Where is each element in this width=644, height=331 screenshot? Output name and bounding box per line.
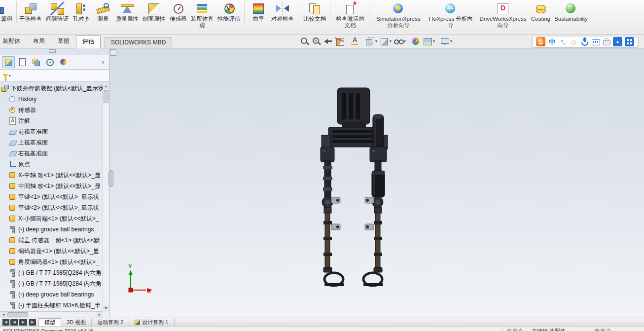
command-tab[interactable]: 草图 — [51, 35, 76, 48]
ribbon-button[interactable]: 剖面属性 — [141, 1, 167, 23]
toolbox-icon[interactable] — [602, 37, 610, 46]
tree-item[interactable]: 右视基准面 — [0, 148, 103, 159]
ribbon-button[interactable]: 传感器 — [168, 1, 188, 23]
tree-item[interactable]: 端盖 传感器一侧<1> (默认<<默 — [0, 235, 103, 246]
command-tab[interactable]: SOLIDWORKS MBD — [105, 37, 172, 48]
view-tool-button[interactable]: ▾ — [299, 36, 310, 46]
panel-tab[interactable] — [30, 56, 42, 68]
ribbon-button[interactable]: 对称检查 — [270, 1, 298, 23]
ribbon-button[interactable]: Sustainability — [553, 1, 589, 23]
panel-tab[interactable] — [2, 56, 15, 68]
scroll-thumb-horizontal[interactable] — [7, 312, 28, 317]
view-tool-button[interactable]: ▾ — [349, 36, 360, 46]
command-tab[interactable]: 评估 — [76, 36, 101, 48]
panel-tab[interactable] — [16, 56, 29, 68]
punctuation-icon[interactable]: °, — [559, 37, 567, 46]
skin-grid-icon[interactable] — [625, 37, 634, 46]
ribbon-button[interactable]: 曲率 — [248, 1, 269, 23]
tree-item[interactable]: X-小腿前端<1> (默认<<默认>_ — [0, 213, 103, 224]
tree-item[interactable]: History — [0, 94, 103, 105]
study-tab[interactable]: 模型 — [38, 318, 61, 326]
ribbon-button[interactable]: 质量属性 — [114, 1, 140, 23]
tree-item[interactable]: 注解 — [0, 115, 103, 126]
view-tool-button[interactable]: ▾ — [322, 36, 334, 46]
ribbon-button[interactable]: 比较文档 — [302, 1, 330, 23]
tree-item[interactable]: 传感器 — [0, 105, 103, 115]
expand-up-icon[interactable]: ▲ — [613, 37, 622, 46]
tree-item[interactable]: 中间轴 改<1> (默认<<默认>_显 — [0, 181, 103, 191]
filter-funnel-icon[interactable] — [2, 74, 8, 78]
view-tool-button[interactable]: ▾ — [439, 36, 453, 46]
ribbon-button[interactable]: FloXpress 分析向导 — [425, 1, 476, 30]
chinese-mode-icon[interactable]: 中 — [548, 37, 556, 46]
tab-nav-arrow-icon[interactable]: ▶ — [28, 319, 36, 326]
tree-item[interactable]: 原点 — [0, 159, 103, 170]
flyout-caret-icon[interactable]: ▾ — [404, 39, 406, 43]
panel-tab[interactable] — [43, 56, 56, 68]
tree-horizontal-scrollbar[interactable] — [0, 311, 103, 318]
tree-item[interactable]: 上视基准面 — [0, 137, 103, 148]
exoskeleton-model[interactable] — [321, 88, 388, 286]
view-tool-button[interactable]: ▾ — [334, 36, 346, 46]
scroll-right-icon[interactable] — [96, 312, 103, 318]
tree-item[interactable]: (-) GB / T 77-1985[Q284 内六角 — [0, 267, 103, 278]
tree-item[interactable]: 编码器座<1> (默认<<默认>_显 — [0, 246, 103, 257]
tab-nav-arrow-icon[interactable]: ◀ — [10, 319, 18, 326]
scroll-down-icon[interactable] — [103, 305, 109, 311]
ribbon-button[interactable]: 装配体直观 — [189, 1, 215, 30]
view-tool-button[interactable]: ▾ — [364, 36, 378, 46]
emoticon-icon[interactable]: ☺ — [570, 37, 578, 46]
command-tab[interactable]: 布局 — [27, 35, 51, 48]
tree-item[interactable]: (-) deep groove ball bearings — [0, 289, 103, 300]
tree-item[interactable]: X-中轴 改<1> (默认<<默认>_显 — [0, 170, 103, 181]
tree-item-label: 传感器 — [18, 106, 36, 114]
ribbon-button[interactable]: SimulationXpress 分析向导 — [373, 1, 424, 30]
scroll-left-icon[interactable] — [0, 312, 6, 318]
tree-item[interactable]: (-) 半圆柱头螺钉 M3×6,镀锌_半 — [0, 300, 103, 311]
sogou-logo-icon[interactable]: S — [536, 37, 545, 46]
filter-caret-icon[interactable]: ▾ — [9, 74, 11, 78]
study-tab[interactable]: 3D 视图 — [61, 318, 92, 326]
tree-item[interactable]: 前视基准面 — [0, 126, 103, 137]
tab-nav-arrow-icon[interactable]: ◀ — [1, 319, 9, 326]
panel-splitter-handle[interactable] — [108, 170, 113, 187]
panel-expand-chevron-icon[interactable]: › — [99, 58, 107, 66]
view-tool-button[interactable]: ▾ — [393, 36, 406, 46]
scroll-up-icon[interactable] — [103, 83, 109, 89]
tab-nav-arrow-icon[interactable]: ▶ — [19, 319, 27, 326]
tree-item[interactable]: 下肢外骨骼装配 (默认<默认_显示状 — [0, 83, 103, 94]
tree-item[interactable]: 平键<2> (默认<<默认>_显示状 — [0, 202, 103, 213]
scroll-thumb[interactable] — [104, 90, 108, 103]
tree-item[interactable]: (-) GB / T 77-1985[Q284 内六角 — [0, 278, 103, 289]
study-tab[interactable]: 运动算例 2 — [92, 318, 129, 326]
panel-tab[interactable] — [57, 56, 70, 68]
view-tool-button[interactable]: ▾ — [311, 36, 322, 46]
tree-item[interactable]: (-) deep groove ball bearings — [0, 224, 103, 235]
panel-grab-handle[interactable] — [49, 49, 56, 53]
study-tab[interactable]: 设计算例 1 — [129, 318, 174, 326]
tree-item[interactable]: 角度编码器<1> (默认<<默认>_ — [0, 257, 103, 267]
ribbon-button[interactable]: DriveWorksXpress 向导 — [477, 1, 529, 30]
ribbon-button[interactable]: 测量 — [93, 1, 113, 23]
panel-collapse-button[interactable] — [110, 49, 116, 56]
ribbon-button[interactable]: 检查激活的文档 — [334, 1, 369, 30]
tree-item[interactable]: 平键<1> (默认<<默认>_显示状 — [0, 191, 103, 202]
ribbon-button[interactable]: 性能评估 — [216, 1, 245, 23]
tree-vertical-scrollbar[interactable] — [103, 83, 109, 311]
ribbon-button[interactable]: 孔对齐 — [71, 1, 92, 23]
ribbon-button-design-study[interactable]: 设计算例 — [0, 1, 17, 23]
flyout-caret-icon[interactable]: ▾ — [433, 39, 435, 43]
view-tool-button[interactable]: ▾ — [378, 36, 392, 46]
ribbon-button[interactable]: 间隙验证 — [44, 1, 70, 23]
soft-keyboard-icon[interactable] — [591, 37, 600, 46]
ribbon-button[interactable]: Costing — [530, 1, 552, 23]
flyout-caret-icon[interactable]: ▾ — [450, 39, 452, 43]
command-tab[interactable]: 装配体 — [0, 35, 27, 48]
view-tool-button[interactable]: ▾ — [422, 36, 435, 46]
voice-input-icon[interactable] — [580, 37, 589, 46]
status-custom-dropdown[interactable]: 自定义 — [590, 328, 611, 331]
flyout-caret-icon[interactable]: ▾ — [390, 39, 392, 43]
ribbon-button[interactable]: 干涉检查 — [18, 1, 43, 23]
view-tool-button[interactable]: ▾ — [410, 36, 421, 46]
flyout-caret-icon[interactable]: ▾ — [375, 39, 377, 43]
